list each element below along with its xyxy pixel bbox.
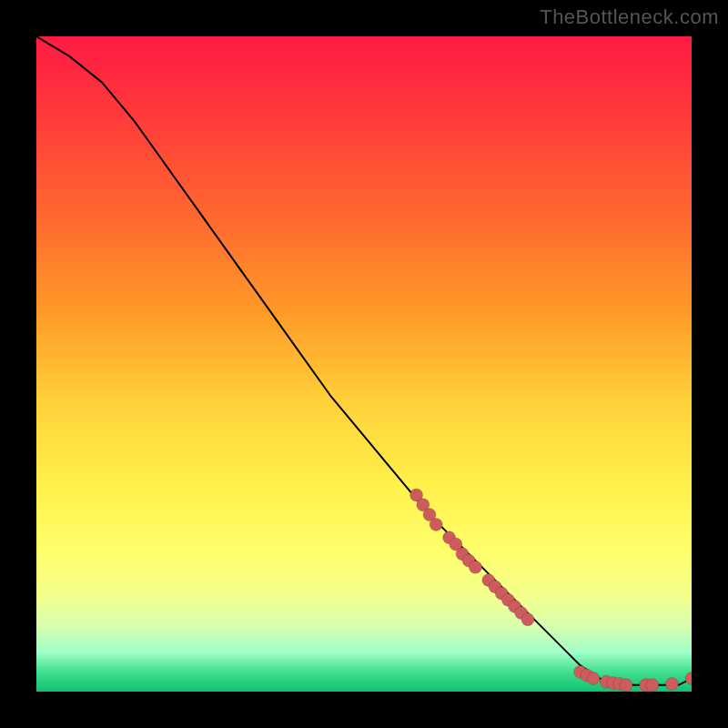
marker-group xyxy=(410,489,692,692)
chart-svg xyxy=(36,36,692,692)
data-marker xyxy=(469,561,481,573)
data-marker xyxy=(685,672,692,685)
data-marker xyxy=(646,679,659,692)
data-marker xyxy=(587,672,600,685)
data-marker xyxy=(620,679,632,692)
plot-area xyxy=(36,36,692,692)
watermark-text: TheBottleneck.com xyxy=(540,5,719,29)
chart-frame: TheBottleneck.com xyxy=(0,0,728,728)
data-marker xyxy=(521,613,534,626)
data-marker xyxy=(430,518,442,531)
bottleneck-curve xyxy=(36,36,692,685)
data-marker xyxy=(665,677,678,690)
